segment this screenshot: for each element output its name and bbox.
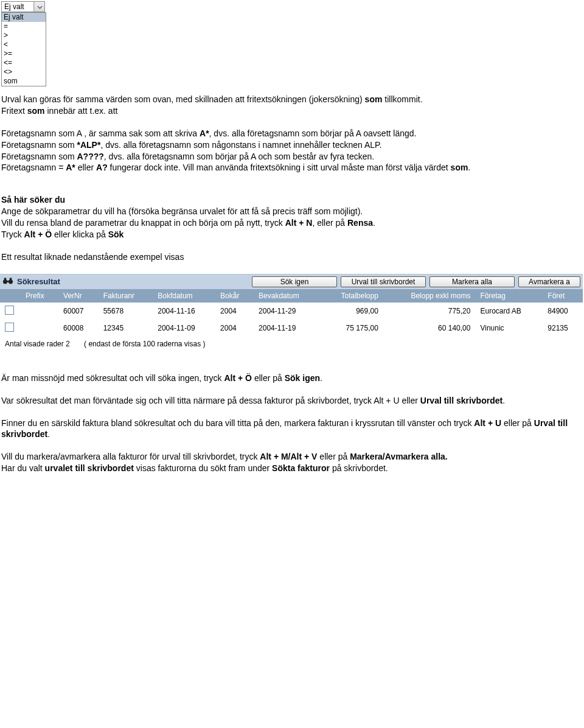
text-bold: Sök igen bbox=[285, 373, 320, 383]
footer-count: Antal visade rader 2 bbox=[5, 340, 70, 348]
paragraph: Så här söker du Ange de sökparametrar du… bbox=[1, 194, 583, 240]
text: Var sökresultat det man förväntade sig o… bbox=[1, 396, 420, 405]
text-bold: *ALP* bbox=[77, 140, 101, 150]
text: Företagsnamn som bbox=[1, 152, 77, 161]
search-result-panel: Sökresultat Sök igen Urval till skrivbor… bbox=[0, 274, 583, 354]
text-bold: urvalet till skrivbordet bbox=[45, 463, 134, 473]
col-vernr: VerNr bbox=[58, 289, 99, 303]
cell-bokfdatum: 2004-11-09 bbox=[153, 320, 215, 337]
col-bokfdatum: Bokfdatum bbox=[153, 289, 215, 303]
text: Har du valt bbox=[1, 463, 45, 473]
dropdown-toggle-button[interactable] bbox=[34, 2, 44, 12]
cell-foretag: Vinunic bbox=[475, 320, 543, 337]
text-bold: A???? bbox=[77, 152, 104, 161]
text: eller på bbox=[252, 373, 285, 383]
svg-rect-4 bbox=[10, 278, 12, 281]
dropdown-option[interactable]: >= bbox=[2, 49, 46, 58]
col-bevakdatum: Bevakdatum bbox=[254, 289, 321, 303]
panel-title-text: Sökresultat bbox=[17, 277, 60, 286]
text-bold: Alt + Ö bbox=[24, 229, 52, 239]
dropdown-options-list: Ej valt = > < >= <= <> som bbox=[1, 12, 46, 86]
col-totalbelopp: Totalbelopp bbox=[321, 289, 383, 303]
text: tillkommit. bbox=[382, 94, 422, 104]
text: Urval kan göras för samma värden som ova… bbox=[1, 94, 365, 104]
text: Fritext bbox=[1, 106, 27, 116]
cell-bevak: 2004-11-19 bbox=[254, 320, 321, 337]
text-bold: Alt + Ö bbox=[224, 373, 252, 383]
cell-vernr: 60007 bbox=[58, 303, 99, 320]
text: , dvs. alla företagsnamn som börjar på A… bbox=[104, 152, 374, 161]
search-again-button[interactable]: Sök igen bbox=[252, 276, 337, 287]
dropdown-widget: Ej valt Ej valt = > < >= <= <> som bbox=[1, 1, 584, 86]
text: , dvs. alla företagsnamn som någonstans … bbox=[100, 140, 381, 150]
cell-bokfdatum: 2004-11-16 bbox=[153, 303, 215, 320]
dropdown-option[interactable]: <> bbox=[2, 68, 46, 77]
cell-bevak: 2004-11-29 bbox=[254, 303, 321, 320]
text-bold: Sökta fakturor bbox=[272, 463, 330, 473]
paragraph: Ett resultat liknade nedanstående exempe… bbox=[1, 251, 583, 263]
search-result-title: Sökresultat bbox=[2, 276, 60, 287]
text: Ange de sökparametrar du vill ha (försök… bbox=[1, 206, 363, 216]
table-header-row: Prefix VerNr Fakturanr Bokfdatum Bokår B… bbox=[0, 289, 583, 303]
table-row: 60008 12345 2004-11-09 2004 2004-11-19 7… bbox=[0, 320, 583, 337]
text: eller på bbox=[317, 452, 350, 461]
cell-foretag: Eurocard AB bbox=[475, 303, 543, 320]
search-result-header: Sökresultat Sök igen Urval till skrivbor… bbox=[0, 275, 583, 289]
text: Vill du markera/avmarkera alla fakturor … bbox=[1, 452, 260, 461]
text-bold: A* bbox=[66, 163, 75, 172]
text: Företagsnamn = bbox=[1, 163, 66, 172]
dropdown-option[interactable]: som bbox=[2, 77, 46, 86]
col-foret: Föret bbox=[543, 289, 583, 303]
dropdown-select[interactable]: Ej valt bbox=[1, 1, 45, 12]
dropdown-selected-value: Ej valt bbox=[2, 2, 34, 12]
cell-exkl: 775,20 bbox=[383, 303, 476, 320]
dropdown-option[interactable]: > bbox=[2, 31, 46, 40]
unmark-all-button[interactable]: Avmarkera a bbox=[518, 276, 580, 287]
col-fakturanr: Fakturanr bbox=[99, 289, 153, 303]
text: , är samma sak som att skriva bbox=[82, 128, 200, 138]
row-checkbox[interactable] bbox=[5, 323, 14, 332]
paragraph: Var sökresultat det man förväntade sig o… bbox=[1, 395, 583, 407]
text: fungerar dock inte. Vill man använda fri… bbox=[108, 163, 451, 172]
table-row: 60007 55678 2004-11-16 2004 2004-11-29 9… bbox=[0, 303, 583, 320]
row-checkbox[interactable] bbox=[5, 306, 14, 315]
text-bold: Urval till skrivbordet bbox=[420, 396, 502, 405]
text: innebär att t.ex. att bbox=[45, 106, 118, 116]
col-bokar: Bokår bbox=[215, 289, 254, 303]
dropdown-option[interactable]: <= bbox=[2, 58, 46, 68]
text: Tryck bbox=[1, 229, 24, 239]
col-prefix: Prefix bbox=[21, 289, 58, 303]
results-table: Prefix VerNr Fakturanr Bokfdatum Bokår B… bbox=[0, 289, 583, 337]
text: . bbox=[320, 373, 322, 383]
cell-bokar: 2004 bbox=[215, 320, 254, 337]
col-foretag: Företag bbox=[475, 289, 543, 303]
text-bold: Markera/Avmarkera alla. bbox=[350, 452, 448, 461]
cell-fakturanr: 55678 bbox=[99, 303, 153, 320]
text: eller på bbox=[501, 418, 534, 428]
cell-bokar: 2004 bbox=[215, 303, 254, 320]
dropdown-option[interactable]: = bbox=[2, 22, 46, 31]
svg-rect-2 bbox=[6, 281, 9, 282]
cell-total: 75 175,00 bbox=[321, 320, 383, 337]
col-checkbox bbox=[0, 289, 21, 303]
text-bold: A* bbox=[200, 128, 209, 138]
selection-to-desktop-button[interactable]: Urval till skrivbordet bbox=[341, 276, 426, 287]
text-bold: Sök bbox=[108, 229, 124, 239]
text: , dvs. alla företagsnamn som börjar på A… bbox=[209, 128, 417, 138]
document-body: Urval kan göras för samma värden som ova… bbox=[0, 86, 584, 263]
text: . bbox=[468, 163, 470, 172]
cell-exkl: 60 140,00 bbox=[383, 320, 476, 337]
text: . bbox=[47, 429, 50, 439]
cell-prefix bbox=[21, 303, 58, 320]
paragraph: Finner du en särskild faktura bland sökr… bbox=[1, 418, 583, 441]
cell-foret: 92135 bbox=[543, 320, 583, 337]
text-bold: Alt + N bbox=[285, 218, 313, 228]
col-exklmoms: Belopp exkl moms bbox=[383, 289, 476, 303]
text-bold: Alt + U bbox=[474, 418, 501, 428]
text: Finner du en särskild faktura bland sökr… bbox=[1, 418, 474, 428]
mark-all-button[interactable]: Markera alla bbox=[429, 276, 515, 287]
dropdown-option[interactable]: Ej valt bbox=[2, 13, 46, 22]
dropdown-option[interactable]: < bbox=[2, 40, 46, 49]
text: eller bbox=[75, 163, 96, 172]
chevron-down-icon bbox=[37, 2, 43, 11]
